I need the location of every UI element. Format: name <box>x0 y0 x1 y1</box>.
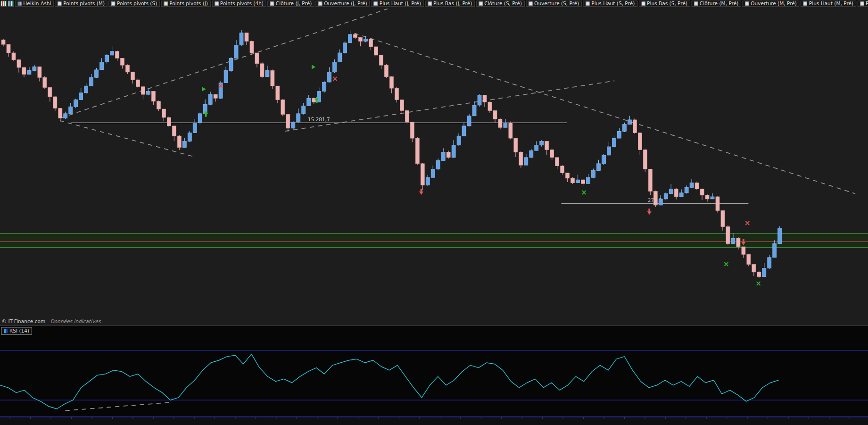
rsi-line <box>0 354 778 409</box>
indicator-color-chip <box>374 1 378 5</box>
candle <box>457 136 461 145</box>
candle <box>374 47 378 55</box>
candle <box>602 155 605 164</box>
copyright-text: © IT-Finance.com <box>2 319 46 325</box>
candle <box>64 114 67 118</box>
candle <box>752 264 756 272</box>
candle <box>467 116 471 126</box>
chart-canvas[interactable]: 15 281,7271,2×××××× <box>0 0 868 425</box>
candle <box>198 114 202 123</box>
candle <box>778 228 782 244</box>
candle <box>415 138 419 164</box>
candle <box>297 114 300 122</box>
candle <box>426 177 430 185</box>
candle <box>472 105 476 116</box>
candle <box>550 150 554 158</box>
indicator-button-label: Ouverture (S, Pré) <box>534 0 579 6</box>
rsi-panel-graphics <box>0 350 868 417</box>
candle <box>141 87 145 94</box>
candle <box>519 152 523 165</box>
candle <box>587 177 590 183</box>
indicator-button[interactable]: Ouverture (S, Pré) <box>526 0 582 7</box>
candle <box>188 133 191 142</box>
candle <box>17 60 21 67</box>
indicator-button-label: Plus Haut (S, Pré) <box>591 0 635 6</box>
rsi-indicator-chip[interactable]: RSI (14) <box>1 327 32 334</box>
indicator-button[interactable]: Plus Haut (M, Pré) <box>801 0 856 7</box>
price-display-icon[interactable] <box>0 0 7 7</box>
candle <box>157 101 160 109</box>
candle <box>172 126 176 136</box>
candle <box>452 145 455 158</box>
candle <box>705 195 709 199</box>
candle <box>561 166 564 173</box>
candle <box>421 164 424 185</box>
candle <box>307 98 311 106</box>
candle <box>167 117 171 126</box>
indicator-button[interactable]: Plus Bas (S, Pré) <box>639 0 690 7</box>
indicator-button[interactable]: Points pivots (J) <box>161 0 211 7</box>
candle <box>208 94 212 104</box>
candle <box>245 33 248 42</box>
candle <box>12 53 16 60</box>
candle <box>509 123 513 138</box>
candle <box>674 189 678 197</box>
indicator-button[interactable]: Plus Bas (M, Pré) <box>857 0 868 7</box>
candle <box>162 109 165 117</box>
indicator-toolbar: Heikin-AshiPoints pivots (M)Points pivot… <box>0 0 868 7</box>
indicator-button-label: Clôture (J, Pré) <box>276 0 312 6</box>
indicator-button[interactable]: Plus Bas (J, Pré) <box>425 0 475 7</box>
candle <box>566 173 570 178</box>
candle <box>446 152 450 157</box>
chart-style-icon[interactable] <box>8 0 14 7</box>
indicator-button[interactable]: Ouverture (J, Pré) <box>316 0 370 7</box>
indicator-color-chip <box>164 1 167 5</box>
indicator-color-chip <box>111 1 115 5</box>
candle <box>622 125 626 132</box>
candle <box>359 37 363 41</box>
indicator-color-chip <box>745 1 749 5</box>
candle <box>95 70 99 77</box>
candle <box>653 192 657 205</box>
candle <box>121 58 124 65</box>
signal-cross-icon: × <box>218 82 224 90</box>
candle <box>679 193 683 197</box>
candle <box>535 145 538 150</box>
candle <box>22 67 26 75</box>
candle <box>757 272 761 277</box>
candle <box>576 180 580 183</box>
candle <box>592 171 595 178</box>
candle <box>229 58 233 70</box>
indicator-button[interactable]: Heikin-Ashi <box>15 0 54 7</box>
indicator-button[interactable]: Plus Haut (S, Pré) <box>583 0 637 7</box>
candle <box>612 138 616 147</box>
indicator-button[interactable]: Clôture (J, Pré) <box>267 0 314 7</box>
candle <box>638 133 642 150</box>
candle <box>669 189 673 194</box>
candle <box>514 138 518 152</box>
price-level-label: 15 281,7 <box>308 117 330 122</box>
indicator-button[interactable]: Clôture (M, Pré) <box>691 0 741 7</box>
candle <box>364 39 368 42</box>
indicator-button[interactable]: Points pivots (S) <box>108 0 160 7</box>
candle <box>493 110 497 119</box>
signal-cross-icon: × <box>744 219 751 227</box>
candle <box>58 108 62 118</box>
indicator-button[interactable]: Plus Haut (J, Pré) <box>371 0 424 7</box>
indicator-button[interactable]: Points pivots (4h) <box>212 0 266 7</box>
indicator-color-chip <box>641 1 645 5</box>
candle <box>711 197 714 199</box>
indicator-button[interactable]: Ouverture (M, Pré) <box>743 0 800 7</box>
candle <box>379 55 383 65</box>
indicator-button[interactable]: Points pivots (M) <box>55 0 107 7</box>
candle <box>214 94 217 98</box>
candle <box>7 44 10 53</box>
candle <box>348 34 352 43</box>
candle <box>695 183 699 189</box>
indicator-button[interactable]: Clôture (S, Pré) <box>476 0 525 7</box>
indicator-button-label: Plus Bas (S, Pré) <box>647 0 687 6</box>
candle <box>271 71 274 86</box>
candle <box>182 142 186 148</box>
candle <box>488 102 492 110</box>
candle <box>105 55 109 62</box>
